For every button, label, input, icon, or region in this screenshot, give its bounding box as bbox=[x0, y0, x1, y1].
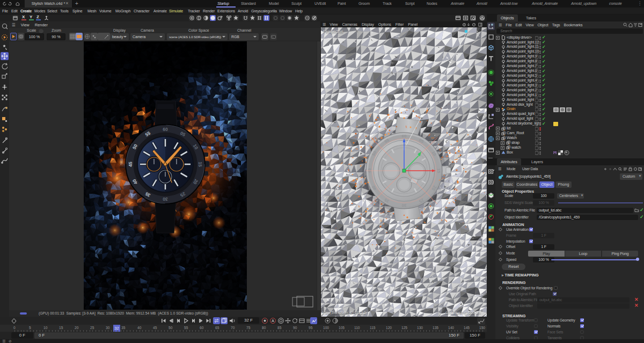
svg-text:30: 30 bbox=[401, 203, 406, 208]
svg-text:15: 15 bbox=[436, 169, 441, 173]
svg-text:60: 60 bbox=[402, 134, 407, 138]
